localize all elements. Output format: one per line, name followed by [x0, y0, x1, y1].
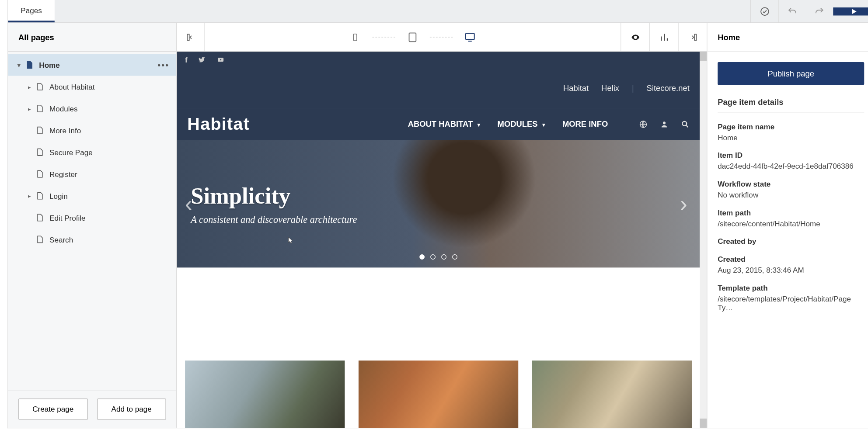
- phone-icon[interactable]: [348, 30, 362, 44]
- svg-rect-3: [409, 33, 416, 42]
- field-label-name: Page item name: [718, 122, 864, 131]
- sidebar-header-label: All pages: [18, 32, 54, 42]
- collapse-left-icon[interactable]: [177, 23, 205, 51]
- tree-item-home[interactable]: ▾ Home •••: [8, 54, 176, 76]
- tree-item-label: Secure Page: [49, 148, 93, 156]
- chevron-down-icon[interactable]: ▾: [15, 62, 23, 68]
- nav-about-label: ABOUT HABITAT: [408, 119, 473, 128]
- field-value-path: /sitecore/content/Habitat/Home: [718, 219, 864, 228]
- redo-icon[interactable]: [805, 0, 833, 23]
- tree-item-about-habitat[interactable]: ▸ About Habitat: [8, 76, 176, 97]
- page-icon: [33, 126, 46, 135]
- tree-item-search[interactable]: Search: [8, 229, 176, 250]
- field-value-template: /sitecore/templates/Project/Habitat/Page…: [718, 294, 864, 312]
- publish-page-button[interactable]: Publish page: [718, 62, 864, 85]
- analytics-icon[interactable]: [649, 23, 678, 51]
- right-panel-body: Publish page Page item details Page item…: [708, 52, 868, 322]
- vertical-scrollbar[interactable]: [700, 52, 707, 428]
- tree-item-login[interactable]: ▸ Login: [8, 185, 176, 207]
- nav-modules[interactable]: MODULES▼: [498, 119, 547, 128]
- more-icon[interactable]: •••: [157, 60, 169, 69]
- play-button[interactable]: [833, 7, 868, 15]
- preview-frame[interactable]: f Habitat Helix | Sitecore.net: [177, 52, 700, 428]
- checkmark-circle-icon[interactable]: [750, 0, 778, 23]
- page-icon: [33, 82, 46, 91]
- tree-item-register[interactable]: Register: [8, 163, 176, 185]
- hero-title: Simplicity: [191, 182, 700, 209]
- create-page-label: Create page: [32, 405, 73, 413]
- tree-item-modules[interactable]: ▸ Modules: [8, 97, 176, 119]
- tree-item-label: Register: [49, 170, 77, 178]
- eye-icon[interactable]: [620, 23, 649, 51]
- field-value-workflow: No workflow: [718, 191, 864, 199]
- youtube-icon[interactable]: [216, 56, 226, 63]
- cursor-icon: [286, 236, 294, 246]
- search-icon[interactable]: [681, 120, 690, 128]
- site-logo[interactable]: Habitat: [187, 114, 250, 134]
- card-image[interactable]: [532, 360, 692, 428]
- carousel-dots: [419, 254, 457, 260]
- page-icon: [33, 191, 46, 201]
- svg-rect-2: [353, 34, 357, 40]
- facebook-icon[interactable]: f: [185, 55, 188, 64]
- scroll-arrow-down[interactable]: [700, 419, 707, 428]
- scroll-arrow-up[interactable]: [700, 52, 707, 61]
- page-tree: ▾ Home ••• ▸ About Habitat ▸ Modules: [8, 52, 176, 390]
- carousel-dot[interactable]: [419, 254, 425, 260]
- card-image[interactable]: [185, 360, 345, 428]
- field-label-created: Created: [718, 255, 864, 263]
- svg-rect-4: [466, 33, 474, 39]
- carousel-dot[interactable]: [430, 254, 436, 260]
- chevron-right-icon[interactable]: ▸: [25, 193, 33, 199]
- nav-modules-label: MODULES: [498, 119, 538, 128]
- nav-more-info[interactable]: MORE INFO: [562, 119, 608, 128]
- user-icon[interactable]: [660, 120, 668, 128]
- tree-item-edit-profile[interactable]: Edit Profile: [8, 207, 176, 229]
- site-nav: Habitat ABOUT HABITAT▼ MODULES▼ MORE INF…: [177, 108, 700, 140]
- add-to-page-button[interactable]: Add to page: [97, 398, 166, 420]
- tree-item-secure-page[interactable]: Secure Page: [8, 141, 176, 163]
- carousel-dot[interactable]: [441, 254, 446, 260]
- top-link-habitat[interactable]: Habitat: [563, 83, 589, 93]
- top-link-helix[interactable]: Helix: [601, 83, 619, 93]
- page-icon: [33, 235, 46, 244]
- tree-item-label: Edit Profile: [49, 213, 86, 222]
- tree-item-label: About Habitat: [49, 83, 95, 91]
- page-icon: [33, 104, 46, 113]
- svg-point-9: [682, 121, 687, 125]
- details-section-title: Page item details: [718, 97, 864, 113]
- twitter-icon[interactable]: [198, 56, 206, 63]
- field-label-createdby: Created by: [718, 237, 864, 246]
- main-row: All pages ▾ Home ••• ▸ About Habitat: [8, 23, 868, 428]
- card-image[interactable]: [359, 360, 518, 428]
- carousel-dot[interactable]: [452, 254, 457, 260]
- page-icon: [33, 170, 46, 179]
- canvas-column: f Habitat Helix | Sitecore.net: [177, 23, 707, 428]
- tablet-icon[interactable]: [406, 30, 420, 44]
- canvas-body: f Habitat Helix | Sitecore.net: [177, 52, 707, 428]
- collapse-right-icon[interactable]: [678, 23, 707, 51]
- site-nav-items: ABOUT HABITAT▼ MODULES▼ MORE INFO: [408, 119, 690, 128]
- tree-item-label: More Info: [49, 126, 81, 135]
- create-page-button[interactable]: Create page: [18, 398, 87, 420]
- desktop-icon[interactable]: [463, 30, 477, 44]
- nav-moreinfo-label: MORE INFO: [562, 119, 608, 128]
- hero-carousel: Simplicity A consistent and discoverable…: [177, 140, 700, 268]
- svg-point-8: [663, 121, 666, 124]
- field-label-id: Item ID: [718, 151, 864, 160]
- caret-down-icon: ▼: [476, 122, 481, 128]
- cards-row: [177, 267, 700, 428]
- field-label-template: Template path: [718, 284, 864, 292]
- undo-icon[interactable]: [778, 0, 805, 23]
- tree-item-more-info[interactable]: More Info: [8, 119, 176, 141]
- nav-about[interactable]: ABOUT HABITAT▼: [408, 119, 481, 128]
- tab-pages[interactable]: Pages: [8, 0, 54, 22]
- chevron-right-icon[interactable]: ▸: [25, 105, 33, 111]
- tree-item-label: Home: [39, 61, 59, 69]
- globe-icon[interactable]: [639, 120, 648, 128]
- top-link-sitecore[interactable]: Sitecore.net: [647, 83, 690, 93]
- right-panel-title: Home: [718, 32, 740, 42]
- chevron-right-icon[interactable]: ▸: [25, 83, 33, 90]
- sidebar: All pages ▾ Home ••• ▸ About Habitat: [8, 23, 177, 428]
- canvas-toolbar: [177, 23, 707, 52]
